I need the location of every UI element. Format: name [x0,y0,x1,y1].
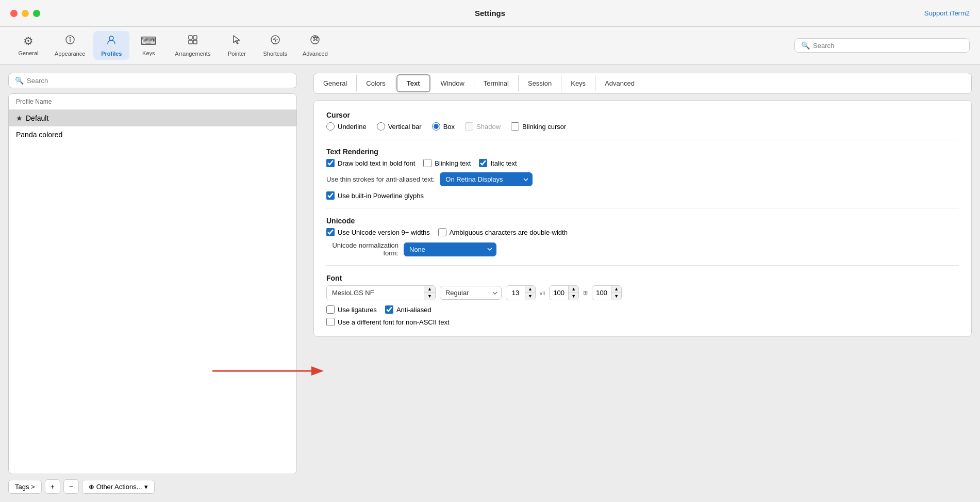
font-height-up-button[interactable]: ▲ [611,286,621,293]
remove-profile-button[interactable]: − [63,479,79,494]
profile-item-panda[interactable]: Panda colored [9,126,296,143]
svg-rect-6 [189,40,192,44]
font-width-input[interactable] [550,286,568,299]
font-size-up-button[interactable]: ▲ [525,286,535,293]
subtab-session[interactable]: Session [519,75,561,91]
ambiguous-label: Ambiguous characters are double-width [450,229,568,236]
toolbar-search-input[interactable] [813,42,963,50]
font-size-down-button[interactable]: ▼ [525,293,535,300]
font-name-down-button[interactable]: ▼ [424,293,435,300]
tab-profiles[interactable]: Profiles [93,31,129,60]
thin-strokes-label: Use thin strokes for anti-aliased text: [326,175,435,183]
font-height-input[interactable] [592,286,611,299]
divider-1 [326,139,959,139]
font-width-arrows: ▲ ▼ [568,286,578,300]
unicode-section: Unicode Use Unicode version 9+ widths Am… [326,217,959,257]
font-size-input[interactable] [506,286,525,299]
ligatures-label: Use ligatures [338,306,377,314]
other-actions-label: ⊕ Other Actions... [89,483,142,491]
other-actions-button[interactable]: ⊕ Other Actions... ▾ [82,480,155,494]
cursor-underline-radio[interactable] [326,122,335,131]
subtab-advanced[interactable]: Advanced [595,75,644,91]
font-size-arrows: ▲ ▼ [525,286,535,300]
ligatures-option[interactable]: Use ligatures [326,305,377,314]
font-checks-row1: Use ligatures Anti-aliased [326,305,959,314]
font-height-down-button[interactable]: ▼ [611,293,621,300]
main-content: 🔍 Profile Name ★ Default Panda colored T… [0,64,980,502]
anti-aliased-option[interactable]: Anti-aliased [385,305,431,314]
non-ascii-option[interactable]: Use a different font for non-ASCII text [326,318,959,326]
profiles-list: Profile Name ★ Default Panda colored [8,93,297,474]
tab-appearance[interactable]: Appearance [47,31,92,60]
cursor-vertical-bar-option[interactable]: Vertical bar [377,122,422,131]
left-bottom-bar: Tags > + − ⊕ Other Actions... ▾ [8,479,297,494]
tags-button[interactable]: Tags > [8,480,42,494]
subtab-keys[interactable]: Keys [561,75,595,91]
tab-arrangements[interactable]: Arrangements [168,31,218,60]
thin-strokes-select[interactable]: On Retina Displays Always Never [440,172,533,186]
unicode-version-option[interactable]: Use Unicode version 9+ widths [326,228,430,236]
profile-item-default[interactable]: ★ Default [9,110,296,126]
cursor-vertical-bar-radio[interactable] [377,122,385,131]
window-controls [10,10,40,17]
italic-text-checkbox[interactable] [479,159,487,167]
subtab-terminal[interactable]: Terminal [474,75,519,91]
tab-advanced[interactable]: Advanced [295,31,335,60]
unicode-version-label: Use Unicode version 9+ widths [338,229,430,236]
blinking-text-checkbox[interactable] [423,159,431,167]
normalization-label: Unicode normalization form: [326,241,398,257]
powerline-checkbox[interactable] [326,191,335,200]
text-rendering-row1: Draw bold text in bold font Blinking tex… [326,159,959,167]
subtab-general[interactable]: General [314,75,357,91]
tab-keys[interactable]: ⌨ Keys [130,31,167,59]
unicode-version-checkbox[interactable] [326,228,335,236]
minimize-button[interactable] [22,10,29,17]
blinking-cursor-checkbox[interactable] [511,122,519,131]
italic-text-option[interactable]: Italic text [479,159,517,167]
cursor-box-radio[interactable] [432,122,440,131]
font-style-select[interactable]: Regular Bold Italic [440,286,502,300]
cursor-underline-label: Underline [338,123,367,131]
subtab-terminal-label: Terminal [484,79,509,87]
ambiguous-checkbox[interactable] [438,228,446,236]
font-name-input[interactable] [327,286,424,300]
cursor-section-title: Cursor [326,111,959,119]
cursor-box-option[interactable]: Box [432,122,455,131]
bold-font-checkbox[interactable] [326,159,335,167]
powerline-option[interactable]: Use built-in Powerline glyphs [326,191,959,200]
maximize-button[interactable] [33,10,40,17]
text-settings-content: Cursor Underline Vertical bar Box [313,100,972,337]
profiles-icon [106,34,117,48]
cursor-underline-option[interactable]: Underline [326,122,367,131]
anti-aliased-checkbox[interactable] [385,305,393,314]
tab-general[interactable]: ⚙ General [10,31,46,59]
subtab-window[interactable]: Window [431,75,474,91]
close-button[interactable] [10,10,18,17]
font-width-label: vli [540,290,545,296]
tab-shortcuts[interactable]: Shortcuts [256,31,294,60]
font-height-arrows: ▲ ▼ [611,286,621,300]
powerline-label: Use built-in Powerline glyphs [338,192,424,200]
window-title: Settings [475,9,505,18]
support-link[interactable]: Support iTerm2 [924,9,970,17]
normalization-select[interactable]: None NFC NFD [404,242,496,256]
ambiguous-option[interactable]: Ambiguous characters are double-width [438,228,568,236]
divider-2 [326,208,959,208]
font-name-up-button[interactable]: ▲ [424,286,435,293]
ligatures-checkbox[interactable] [326,305,335,314]
divider-3 [326,265,959,266]
add-profile-button[interactable]: + [45,479,60,494]
font-width-up-button[interactable]: ▲ [569,286,578,293]
subtab-text[interactable]: Text [396,74,430,92]
font-bottom-checks: Use ligatures Anti-aliased Use a differe… [326,305,959,326]
font-width-down-button[interactable]: ▼ [569,293,578,300]
blinking-text-option[interactable]: Blinking text [423,159,471,167]
tab-pointer[interactable]: Pointer [219,31,255,60]
non-ascii-checkbox[interactable] [326,318,335,326]
blinking-cursor-option[interactable]: Blinking cursor [511,122,566,131]
text-rendering-section: Text Rendering Draw bold text in bold fo… [326,148,959,200]
subtab-colors[interactable]: Colors [357,75,395,91]
bold-font-option[interactable]: Draw bold text in bold font [326,159,415,167]
font-height-label: ⊞ [583,289,588,296]
profiles-search-input[interactable] [27,77,290,85]
